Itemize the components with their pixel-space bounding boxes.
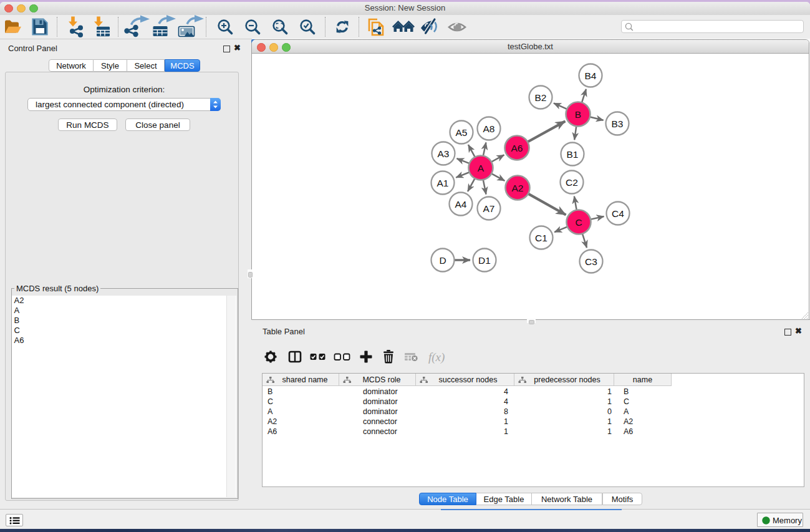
svg-text:C1: C1 bbox=[535, 233, 547, 243]
svg-text:C: C bbox=[575, 217, 582, 228]
svg-text:A4: A4 bbox=[455, 199, 467, 210]
svg-text:D: D bbox=[439, 255, 446, 266]
svg-text:A2: A2 bbox=[512, 183, 524, 193]
svg-text:A8: A8 bbox=[483, 123, 495, 134]
svg-text:D1: D1 bbox=[478, 255, 491, 266]
svg-text:C4: C4 bbox=[612, 208, 624, 219]
svg-text:B1: B1 bbox=[567, 149, 579, 160]
svg-text:B2: B2 bbox=[535, 92, 547, 103]
svg-text:C2: C2 bbox=[566, 177, 578, 188]
svg-text:B3: B3 bbox=[612, 118, 624, 129]
svg-text:A7: A7 bbox=[483, 203, 495, 214]
svg-text:B4: B4 bbox=[585, 70, 597, 81]
svg-text:A1: A1 bbox=[437, 178, 449, 188]
svg-text:C3: C3 bbox=[585, 256, 597, 267]
svg-text:A3: A3 bbox=[438, 148, 450, 159]
svg-text:A5: A5 bbox=[456, 127, 468, 138]
svg-text:A6: A6 bbox=[511, 143, 523, 153]
svg-text:B: B bbox=[575, 109, 581, 120]
svg-text:A: A bbox=[478, 163, 485, 173]
svg-text:f(x): f(x) bbox=[428, 351, 445, 364]
